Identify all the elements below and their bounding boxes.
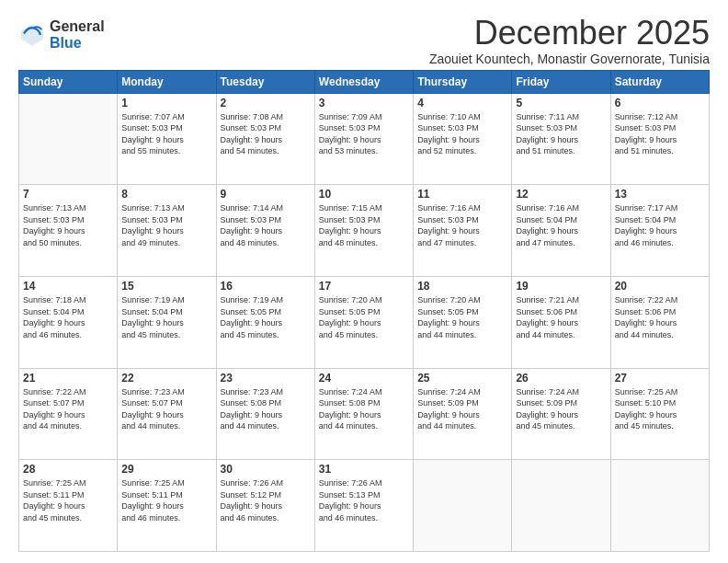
daylight-minutes-text: and 44 minutes. (516, 330, 574, 339)
day-number: 16 (221, 280, 311, 293)
header-wednesday: Wednesday (314, 70, 413, 93)
daylight-minutes-text: and 44 minutes. (23, 421, 82, 431)
daylight-hours-text: Daylight: 9 hours (121, 226, 184, 236)
sunset-text: Sunset: 5:05 PM (417, 307, 479, 316)
sunrise-text: Sunrise: 7:24 AM (516, 387, 579, 396)
day-number: 30 (221, 463, 311, 476)
table-row: 8Sunrise: 7:13 AMSunset: 5:03 PMDaylight… (118, 185, 216, 277)
day-info: Sunrise: 7:17 AMSunset: 5:04 PMDaylight:… (615, 202, 705, 248)
day-info: Sunrise: 7:21 AMSunset: 5:06 PMDaylight:… (516, 294, 606, 340)
sunrise-text: Sunrise: 7:16 AM (417, 203, 481, 213)
day-number: 9 (221, 188, 311, 201)
daylight-minutes-text: and 44 minutes. (221, 421, 279, 431)
sunrise-text: Sunrise: 7:08 AM (221, 112, 284, 121)
daylight-minutes-text: and 46 minutes. (121, 513, 180, 523)
sunset-text: Sunset: 5:06 PM (615, 307, 677, 316)
day-number: 5 (516, 97, 606, 109)
daylight-hours-text: Daylight: 9 hours (615, 318, 677, 327)
logo-text: General Blue (50, 18, 105, 51)
daylight-hours-text: Daylight: 9 hours (417, 318, 480, 327)
day-info: Sunrise: 7:13 AMSunset: 5:03 PMDaylight:… (121, 202, 211, 248)
sunset-text: Sunset: 5:03 PM (221, 123, 282, 132)
sunrise-text: Sunrise: 7:19 AM (221, 295, 284, 304)
daylight-hours-text: Daylight: 9 hours (221, 410, 283, 419)
day-info: Sunrise: 7:13 AMSunset: 5:03 PMDaylight:… (23, 202, 113, 248)
day-number: 20 (615, 280, 705, 293)
daylight-minutes-text: and 44 minutes. (121, 421, 180, 431)
daylight-hours-text: Daylight: 9 hours (319, 226, 381, 236)
header-tuesday: Tuesday (216, 70, 314, 93)
sunset-text: Sunset: 5:03 PM (615, 123, 677, 132)
day-number: 17 (319, 280, 409, 293)
sunset-text: Sunset: 5:03 PM (319, 215, 381, 224)
day-info: Sunrise: 7:26 AMSunset: 5:12 PMDaylight:… (221, 477, 311, 523)
table-row: 18Sunrise: 7:20 AMSunset: 5:05 PMDayligh… (414, 276, 512, 368)
logo-general-text: General (50, 18, 105, 35)
day-number: 23 (221, 372, 311, 385)
daylight-minutes-text: and 44 minutes. (615, 330, 674, 339)
sunset-text: Sunset: 5:07 PM (121, 398, 183, 408)
table-row: 5Sunrise: 7:11 AMSunset: 5:03 PMDaylight… (512, 93, 610, 185)
sunset-text: Sunset: 5:08 PM (221, 398, 282, 408)
sunset-text: Sunset: 5:04 PM (516, 215, 577, 224)
table-row: 31Sunrise: 7:26 AMSunset: 5:13 PMDayligh… (314, 460, 413, 552)
daylight-minutes-text: and 44 minutes. (417, 421, 476, 431)
day-number: 4 (417, 97, 507, 109)
day-info: Sunrise: 7:23 AMSunset: 5:07 PMDaylight:… (121, 386, 211, 432)
daylight-minutes-text: and 54 minutes. (221, 146, 279, 155)
table-row: 27Sunrise: 7:25 AMSunset: 5:10 PMDayligh… (610, 368, 709, 460)
table-row: 19Sunrise: 7:21 AMSunset: 5:06 PMDayligh… (512, 276, 610, 368)
sunset-text: Sunset: 5:03 PM (121, 215, 183, 224)
sunrise-text: Sunrise: 7:24 AM (319, 387, 382, 396)
header-saturday: Saturday (610, 70, 709, 93)
day-info: Sunrise: 7:20 AMSunset: 5:05 PMDaylight:… (319, 294, 409, 340)
daylight-hours-text: Daylight: 9 hours (121, 318, 184, 327)
sunset-text: Sunset: 5:05 PM (221, 307, 282, 316)
header: General Blue December 2025 Zaouiet Kount… (18, 15, 710, 66)
sunrise-text: Sunrise: 7:19 AM (121, 295, 185, 304)
daylight-minutes-text: and 48 minutes. (319, 238, 378, 247)
sunset-text: Sunset: 5:03 PM (319, 123, 381, 132)
daylight-hours-text: Daylight: 9 hours (319, 135, 381, 144)
daylight-hours-text: Daylight: 9 hours (121, 410, 184, 419)
daylight-hours-text: Daylight: 9 hours (417, 135, 480, 144)
sunset-text: Sunset: 5:11 PM (23, 490, 85, 500)
table-row (512, 460, 610, 552)
day-number: 18 (417, 280, 507, 293)
daylight-minutes-text: and 53 minutes. (319, 146, 378, 155)
table-row (414, 460, 512, 552)
sunset-text: Sunset: 5:03 PM (121, 123, 183, 132)
daylight-minutes-text: and 45 minutes. (516, 421, 574, 431)
daylight-minutes-text: and 46 minutes. (615, 238, 674, 247)
sunrise-text: Sunrise: 7:25 AM (121, 478, 185, 488)
day-info: Sunrise: 7:26 AMSunset: 5:13 PMDaylight:… (319, 477, 409, 523)
table-row: 26Sunrise: 7:24 AMSunset: 5:09 PMDayligh… (512, 368, 610, 460)
day-info: Sunrise: 7:19 AMSunset: 5:05 PMDaylight:… (221, 294, 311, 340)
calendar-week-row: 28Sunrise: 7:25 AMSunset: 5:11 PMDayligh… (19, 460, 710, 552)
daylight-hours-text: Daylight: 9 hours (417, 410, 480, 419)
daylight-hours-text: Daylight: 9 hours (319, 501, 381, 511)
day-number: 22 (121, 372, 211, 385)
sunrise-text: Sunrise: 7:16 AM (516, 203, 579, 213)
calendar-week-row: 21Sunrise: 7:22 AMSunset: 5:07 PMDayligh… (19, 368, 710, 460)
daylight-minutes-text: and 55 minutes. (121, 146, 180, 155)
daylight-hours-text: Daylight: 9 hours (516, 135, 578, 144)
sunrise-text: Sunrise: 7:20 AM (319, 295, 382, 304)
calendar-week-row: 1Sunrise: 7:07 AMSunset: 5:03 PMDaylight… (19, 93, 710, 185)
day-info: Sunrise: 7:25 AMSunset: 5:10 PMDaylight:… (615, 386, 705, 432)
table-row: 29Sunrise: 7:25 AMSunset: 5:11 PMDayligh… (118, 460, 216, 552)
daylight-hours-text: Daylight: 9 hours (615, 410, 677, 419)
daylight-hours-text: Daylight: 9 hours (516, 410, 578, 419)
table-row: 24Sunrise: 7:24 AMSunset: 5:08 PMDayligh… (314, 368, 413, 460)
daylight-hours-text: Daylight: 9 hours (319, 410, 381, 419)
table-row: 13Sunrise: 7:17 AMSunset: 5:04 PMDayligh… (610, 185, 709, 277)
sunrise-text: Sunrise: 7:25 AM (23, 478, 86, 488)
day-number: 12 (516, 188, 606, 201)
table-row: 20Sunrise: 7:22 AMSunset: 5:06 PMDayligh… (610, 276, 709, 368)
daylight-hours-text: Daylight: 9 hours (121, 501, 184, 511)
sunrise-text: Sunrise: 7:13 AM (23, 203, 86, 213)
table-row: 23Sunrise: 7:23 AMSunset: 5:08 PMDayligh… (216, 368, 314, 460)
sunrise-text: Sunrise: 7:11 AM (516, 112, 579, 121)
day-number: 26 (516, 372, 606, 385)
day-info: Sunrise: 7:16 AMSunset: 5:03 PMDaylight:… (417, 202, 507, 248)
